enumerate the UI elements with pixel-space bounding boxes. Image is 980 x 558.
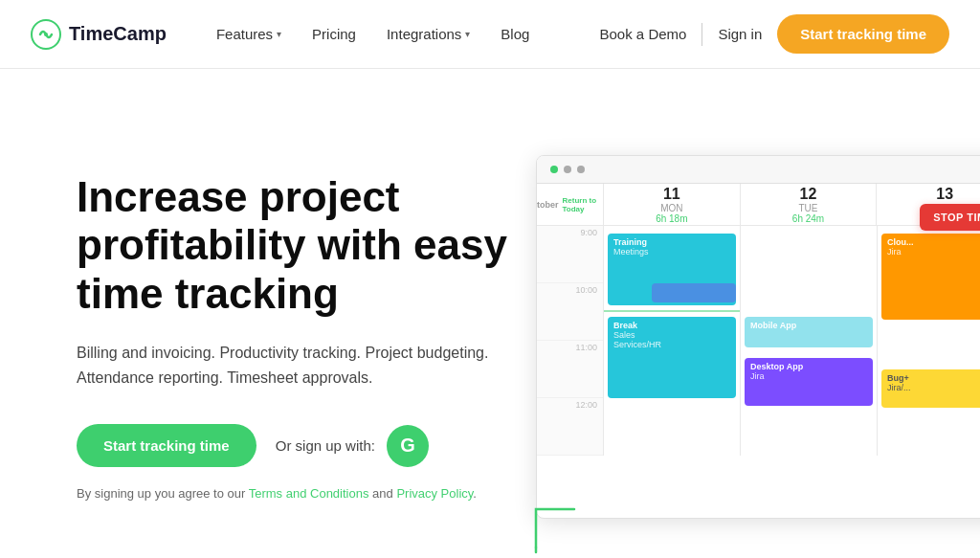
hero-subtitle: Billing and invoicing. Productivity trac… [77, 341, 536, 390]
mockup-titlebar [537, 156, 980, 184]
events-area: Training Meetings Break Sales Services/H… [604, 226, 980, 456]
corner-accent [526, 500, 584, 557]
hero-visual: tober Return to Today 11 MON 6h 18m 12 T… [536, 126, 980, 547]
event-blue[interactable] [652, 283, 736, 302]
hero-section: Increase project profitability with easy… [0, 69, 980, 558]
event-bug[interactable]: Bug+ Jira/... [881, 369, 980, 408]
hero-title: Increase project profitability with easy… [77, 173, 536, 319]
nav-divider [702, 23, 702, 46]
signup-label: Or sign up with: [276, 437, 375, 454]
nav-links: Features ▾ Pricing Integrations ▾ Blog [205, 18, 600, 50]
nav-pricing[interactable]: Pricing [301, 18, 368, 50]
calendar-body: 9:00 10:00 11:00 12:00 Training Meetings [537, 226, 980, 456]
time-slot-9: 9:00 [537, 226, 603, 283]
nav-right: Book a Demo Sign in Start tracking time [600, 14, 949, 54]
current-time-line [604, 310, 740, 312]
google-signup-button[interactable]: G [387, 425, 429, 467]
time-slot-12: 12:00 [537, 398, 603, 456]
navigation: TimeCamp Features ▾ Pricing Integrations… [0, 0, 980, 69]
day-col-wed: Clou... Jira Bug+ Jira/... [878, 226, 980, 456]
col-header-tue: 12 TUE 6h 24m [741, 184, 878, 225]
dot-1 [564, 166, 571, 173]
timecamp-logo-icon [31, 19, 61, 50]
brand-name: TimeCamp [69, 23, 167, 45]
event-cloud[interactable]: Clou... Jira [881, 234, 980, 320]
time-slot-11: 11:00 [537, 341, 603, 398]
book-demo-link[interactable]: Book a Demo [600, 26, 687, 42]
calendar-mockup: tober Return to Today 11 MON 6h 18m 12 T… [536, 155, 980, 519]
legal-text: By signing up you agree to our Terms and… [77, 486, 536, 501]
nav-integrations[interactable]: Integrations ▾ [375, 18, 481, 50]
col-header-mon: 11 MON 6h 18m [604, 184, 741, 225]
terms-link[interactable]: Terms and Conditions [249, 486, 369, 501]
hero-content: Increase project profitability with easy… [77, 173, 536, 502]
time-slot-10: 10:00 [537, 283, 603, 341]
event-break[interactable]: Break Sales Services/HR [608, 317, 736, 398]
hero-cta-button[interactable]: Start tracking time [77, 424, 256, 467]
svg-point-1 [44, 33, 48, 36]
day-col-tue: Mobile App Desktop App Jira [741, 226, 878, 456]
day-col-mon: Training Meetings Break Sales Services/H… [604, 226, 741, 456]
hero-actions: Start tracking time Or sign up with: G [77, 424, 536, 467]
brand-logo[interactable]: TimeCamp [31, 19, 167, 50]
dot-2 [577, 166, 585, 173]
nav-features[interactable]: Features ▾ [205, 18, 293, 50]
sign-in-link[interactable]: Sign in [718, 26, 762, 42]
stop-timer-badge[interactable]: STOP TIMER [920, 204, 980, 231]
stop-timer-label: STOP TIMER [933, 212, 980, 223]
dot-green [550, 166, 558, 173]
chevron-down-icon: ▾ [465, 29, 470, 39]
chevron-down-icon: ▾ [277, 29, 281, 39]
event-desktop-app[interactable]: Desktop App Jira [745, 358, 873, 406]
nav-blog[interactable]: Blog [489, 18, 541, 50]
event-mobile-app[interactable]: Mobile App [745, 317, 873, 347]
calendar-header: tober Return to Today 11 MON 6h 18m 12 T… [537, 184, 980, 226]
time-column: 9:00 10:00 11:00 12:00 [537, 226, 604, 456]
privacy-link[interactable]: Privacy Policy [396, 486, 473, 501]
sign-up-with: Or sign up with: G [276, 425, 429, 467]
nav-cta-button[interactable]: Start tracking time [777, 14, 949, 54]
return-to-today[interactable]: tober Return to Today [537, 184, 604, 225]
